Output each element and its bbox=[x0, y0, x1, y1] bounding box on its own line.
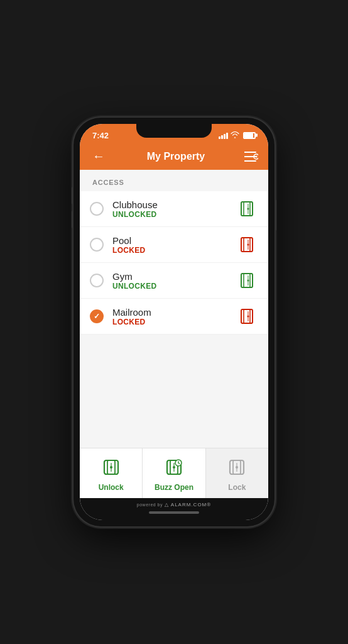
pool-info: Pool LOCKED bbox=[112, 235, 238, 255]
list-item[interactable]: Clubhouse UNLOCKED bbox=[80, 191, 268, 227]
bottom-bar: powered by △ ALARM.COM® bbox=[80, 498, 268, 520]
access-list: Clubhouse UNLOCKED bbox=[80, 191, 268, 335]
buzz-open-button[interactable]: Buzz Open bbox=[143, 448, 205, 498]
phone-frame: 7:42 ← My Property bbox=[73, 118, 275, 526]
pool-status: LOCKED bbox=[112, 246, 238, 255]
clubhouse-status: UNLOCKED bbox=[112, 210, 238, 219]
mailroom-status: LOCKED bbox=[112, 318, 238, 326]
clubhouse-door-icon bbox=[238, 199, 258, 219]
volume-up-button[interactable] bbox=[72, 187, 73, 204]
radio-mailroom[interactable] bbox=[90, 309, 104, 323]
notch bbox=[136, 124, 212, 138]
svg-rect-17 bbox=[241, 309, 253, 323]
unlock-button[interactable]: Unlock bbox=[80, 448, 143, 498]
status-time: 7:42 bbox=[92, 130, 109, 140]
list-item[interactable]: Pool LOCKED bbox=[80, 227, 268, 263]
list-item[interactable]: Mailroom LOCKED bbox=[80, 299, 268, 335]
radio-gym[interactable] bbox=[90, 274, 104, 287]
phone-screen: 7:42 ← My Property bbox=[80, 124, 268, 520]
svg-point-4 bbox=[256, 155, 258, 157]
mailroom-name: Mailroom bbox=[112, 307, 238, 318]
clubhouse-name: Clubhouse bbox=[112, 199, 238, 210]
action-bar: Unlock Buzz Open bbox=[80, 448, 268, 498]
unlock-door-icon bbox=[101, 457, 121, 479]
list-item[interactable]: Gym UNLOCKED bbox=[80, 263, 268, 299]
radio-pool[interactable] bbox=[90, 238, 104, 252]
battery-icon bbox=[243, 132, 256, 139]
back-button[interactable]: ← bbox=[90, 149, 107, 164]
svg-rect-9 bbox=[241, 238, 253, 252]
signal-icon bbox=[219, 132, 228, 139]
gym-status: UNLOCKED bbox=[112, 282, 238, 291]
power-button[interactable] bbox=[275, 199, 276, 231]
buzz-open-label: Buzz Open bbox=[155, 483, 193, 492]
app-header: ← My Property bbox=[80, 144, 268, 170]
gym-door-icon bbox=[238, 270, 258, 291]
unlock-label: Unlock bbox=[99, 483, 124, 492]
pool-name: Pool bbox=[112, 235, 238, 246]
radio-clubhouse[interactable] bbox=[90, 202, 104, 216]
mailroom-door-icon bbox=[238, 306, 258, 326]
alarm-logo: △ ALARM.COM® bbox=[165, 502, 211, 508]
mailroom-info: Mailroom LOCKED bbox=[112, 307, 238, 326]
status-icons bbox=[219, 130, 256, 140]
svg-rect-13 bbox=[241, 274, 253, 287]
lock-button[interactable]: Lock bbox=[206, 448, 268, 498]
section-label: ACCESS bbox=[80, 170, 268, 191]
pool-door-icon bbox=[238, 235, 258, 255]
content-area: ACCESS Clubhouse UNLOCKED bbox=[80, 170, 268, 448]
home-indicator[interactable] bbox=[149, 511, 199, 514]
gym-info: Gym UNLOCKED bbox=[112, 271, 238, 291]
menu-button[interactable] bbox=[244, 151, 258, 162]
buzz-door-icon bbox=[164, 457, 184, 479]
svg-rect-5 bbox=[241, 202, 253, 216]
gym-name: Gym bbox=[112, 271, 238, 282]
lock-label: Lock bbox=[228, 483, 246, 492]
brand-footer: powered by △ ALARM.COM® bbox=[137, 502, 211, 508]
lock-door-icon bbox=[227, 457, 247, 479]
clubhouse-info: Clubhouse UNLOCKED bbox=[112, 199, 238, 219]
powered-by-text: powered by bbox=[137, 502, 163, 507]
volume-down-button[interactable] bbox=[72, 211, 73, 228]
page-title: My Property bbox=[147, 151, 205, 162]
wifi-icon bbox=[231, 131, 239, 140]
